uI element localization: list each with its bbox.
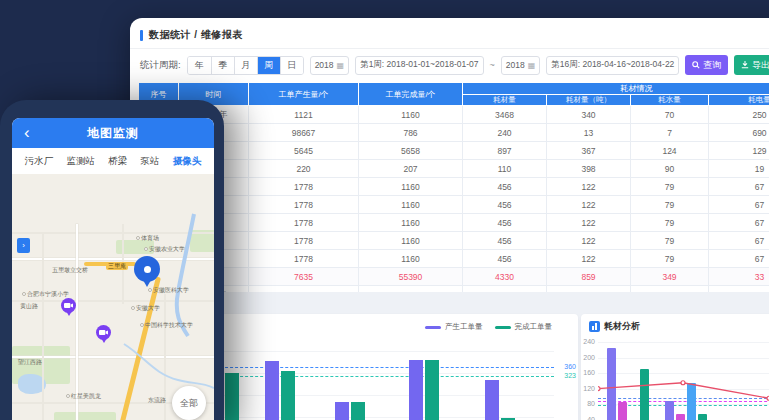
- charts-section: 产生工单量完成工单量 360323 耗材分析 2402001601208040: [130, 292, 769, 420]
- breadcrumb-accent-bar: [140, 30, 143, 41]
- table-row: 356455658897367124129: [139, 142, 769, 160]
- end-week-input[interactable]: 第16周: 2018-04-16~2018-04-22: [546, 56, 679, 75]
- table-row: 298667786240137690: [139, 124, 769, 142]
- gridline: [598, 342, 769, 343]
- search-icon: [692, 61, 700, 69]
- report-window: 数据统计 / 维修报表 统计周期: 年季月周日 2018 ▦ 第1周: 2018…: [130, 18, 769, 420]
- bar-chart-icon: [589, 321, 600, 332]
- map-label: 合肥市宁溪小学: [22, 290, 69, 299]
- bar-产生工单量: [265, 361, 279, 420]
- y-tick-label: 240: [581, 338, 595, 345]
- sub-col-header: 耗水量: [631, 95, 709, 106]
- poi-icon: [131, 306, 135, 310]
- reference-line: [210, 376, 554, 377]
- y-tick-label: 80: [581, 400, 595, 407]
- calendar-icon: ▦: [337, 61, 345, 70]
- legend-swatch: [425, 326, 441, 329]
- y-tick-label: 160: [581, 369, 595, 376]
- park-area: [54, 412, 116, 420]
- start-week-input[interactable]: 第1周: 2018-01-01~2018-01-07: [355, 56, 483, 75]
- map-label: 望江西路: [18, 358, 42, 367]
- sub-col-header: 耗材量（吨）: [547, 95, 631, 106]
- bar-完成工单量: [225, 373, 239, 420]
- chart-legend: 产生工单量完成工单量: [425, 322, 552, 332]
- map-label: 东流路: [148, 396, 166, 405]
- reference-line: [598, 398, 769, 399]
- bar-完成工单量: [281, 371, 295, 420]
- period-option-月[interactable]: 月: [234, 57, 257, 74]
- period-option-周[interactable]: 周: [257, 57, 280, 74]
- divider: [130, 48, 769, 49]
- app-header: ‹ 地图监测: [12, 118, 214, 148]
- map-label: 安徽农业大学: [144, 245, 185, 254]
- table-row: 42202071103989019: [139, 160, 769, 178]
- poi-icon: [140, 323, 144, 327]
- table-row: 6177811604561227967: [139, 196, 769, 214]
- gridline: [598, 389, 769, 390]
- legend-label: 产生工单量: [445, 322, 483, 332]
- legend-label: 完成工单量: [515, 322, 553, 332]
- table-row: 5177811604561227967: [139, 178, 769, 196]
- reference-line: [210, 367, 554, 368]
- reference-label: 360: [564, 363, 576, 370]
- table-row: 9177811604561227967: [139, 250, 769, 268]
- period-segmented-control: 年季月周日: [187, 56, 304, 75]
- tab-监测站[interactable]: 监测站: [66, 155, 95, 168]
- screenshot-stage: 数据统计 / 维修报表 统计周期: 年季月周日 2018 ▦ 第1周: 2018…: [0, 0, 769, 420]
- camera-icon: [99, 329, 108, 336]
- period-option-日[interactable]: 日: [280, 57, 303, 74]
- map-label: 三里庵: [106, 262, 128, 270]
- start-year-select[interactable]: 2018 ▦: [310, 56, 349, 75]
- bar: [687, 383, 696, 420]
- export-excel-button[interactable]: 导出Excel: [734, 55, 769, 75]
- map-view[interactable]: 体育场安徽农业大学五里墩立交桥三里庵安徽医科大学合肥市宁溪小学安徽大学中国科学技…: [12, 174, 214, 420]
- map-label: 体育场: [136, 234, 159, 243]
- map-label: 红星美凯龙: [66, 392, 101, 401]
- download-icon: [741, 61, 749, 69]
- bar: [698, 414, 707, 420]
- table-row: 7177811604561227967: [139, 214, 769, 232]
- period-option-年[interactable]: 年: [188, 57, 211, 74]
- end-year-select[interactable]: 2018 ▦: [501, 56, 540, 75]
- y-tick-label: 120: [581, 385, 595, 392]
- tab-泵站[interactable]: 泵站: [141, 155, 160, 168]
- col-header: 工单完成量/个: [359, 83, 463, 106]
- table-row: 12014年11211160346834070250: [139, 106, 769, 124]
- legend-swatch: [495, 326, 511, 329]
- total-row: 合计763555390433085934933: [139, 268, 769, 286]
- map-expand-button[interactable]: ›: [17, 238, 30, 253]
- selected-location-pin[interactable]: [134, 256, 160, 282]
- group-header: 耗材情况: [463, 83, 769, 95]
- reference-label: 323: [564, 372, 576, 379]
- bar-产生工单量: [485, 380, 499, 420]
- phone-mockup: ‹ 地图监测 污水厂监测站桥梁泵站摄像头: [0, 100, 224, 420]
- tab-摄像头[interactable]: 摄像头: [173, 155, 202, 168]
- sub-col-header: 耗电量: [709, 95, 769, 106]
- show-all-button[interactable]: 全部: [172, 386, 206, 420]
- consumables-chart-card: 耗材分析 2402001601208040: [581, 314, 769, 420]
- map-label: 中国科学技术大学: [140, 321, 193, 330]
- tab-桥梁[interactable]: 桥梁: [108, 155, 127, 168]
- repair-report-table: 序号时间工单产生量/个工单完成量/个耗材情况耗材量耗材量（吨）耗水量耗电量120…: [138, 82, 769, 304]
- bar-完成工单量: [425, 360, 439, 420]
- y-tick-label: 200: [581, 354, 595, 361]
- map-label: 五里墩立交桥: [52, 266, 88, 275]
- camera-marker[interactable]: [96, 325, 111, 340]
- app-title: 地图监测: [87, 125, 139, 142]
- gridline: [210, 395, 554, 396]
- period-label: 统计周期:: [140, 59, 181, 72]
- workorder-bar-plot: 360323: [210, 340, 554, 420]
- query-button[interactable]: 查询: [685, 55, 728, 75]
- gridline: [210, 373, 554, 374]
- table-row: 8177811604561227967: [139, 232, 769, 250]
- period-option-季[interactable]: 季: [211, 57, 234, 74]
- tab-污水厂[interactable]: 污水厂: [25, 155, 54, 168]
- back-button[interactable]: ‹: [24, 120, 30, 146]
- bar: [665, 401, 674, 420]
- pin-center-dot: [144, 266, 151, 273]
- camera-marker[interactable]: [61, 298, 76, 313]
- breadcrumb-text: 数据统计 / 维修报表: [149, 28, 243, 42]
- map-label: 安徽大学: [131, 304, 160, 313]
- y-tick-label: 40: [581, 416, 595, 420]
- map-label: 黄山路: [20, 302, 38, 311]
